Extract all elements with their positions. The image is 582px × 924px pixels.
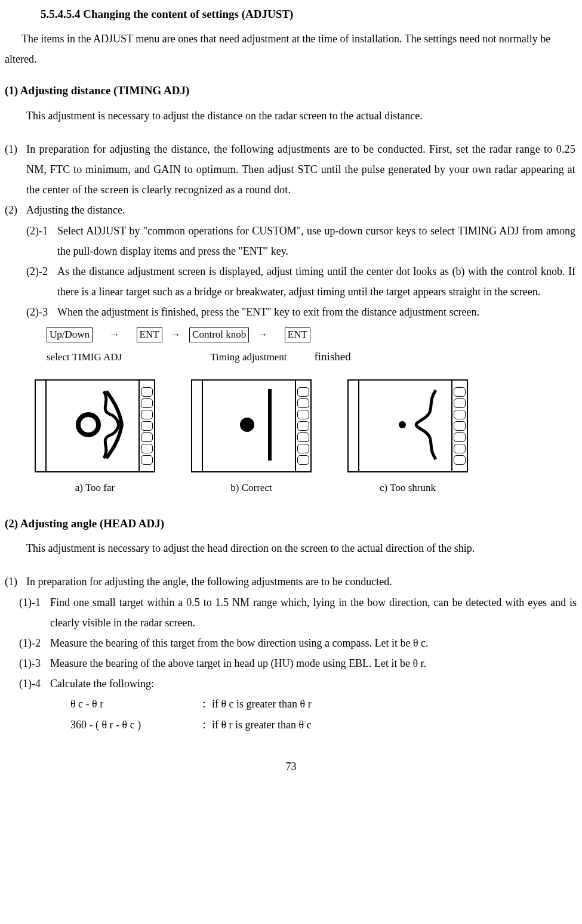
flow-box-ent1: ENT — [137, 327, 162, 342]
sublist-body-22: As the distance adjustment screen is dis… — [57, 261, 575, 302]
panel-button — [454, 421, 466, 431]
panel-button — [297, 421, 309, 431]
calc-cond-1: ： if θ c is greater than θ r — [199, 698, 312, 710]
flow-label-2: Timing adjustment — [210, 348, 312, 367]
sublist-num-22: (2)-2 — [26, 261, 57, 282]
calc-cond-2: ： if θ r is greater than θ c — [199, 719, 312, 731]
panel-button — [141, 398, 153, 408]
sublist-body-13: Measure the bearing of the above target … — [50, 653, 577, 673]
sublist-num-21: (2)-1 — [26, 221, 57, 241]
intro-paragraph: The items in the ADJUST menu are ones th… — [5, 29, 577, 69]
panel-button — [454, 387, 466, 397]
calc-expr-2: 360 - ( θ r - θ c ) — [70, 715, 196, 735]
subsection-1-title: (1) Adjusting distance (TIMING ADJ) — [5, 80, 577, 101]
flow-box-ent2: ENT — [285, 327, 310, 342]
panel-button — [454, 455, 466, 465]
list-num-2: (2) — [5, 200, 26, 220]
svg-point-0 — [78, 415, 98, 435]
list-body-1: In preparation for adjusting the distanc… — [26, 139, 575, 200]
flow-labels: select TIMIG ADJ Timing adjustment finis… — [47, 346, 577, 367]
diagram-row: a) Too far b) Correct — [35, 379, 577, 497]
arrow-icon: → — [165, 325, 187, 344]
panel-button — [297, 432, 309, 442]
svg-point-1 — [240, 418, 254, 432]
list-body-2: Adjusting the distance. — [26, 200, 575, 220]
diagram-c: c) Too shrunk — [347, 379, 468, 497]
sublist-num-23: (2)-3 — [26, 302, 57, 322]
sublist-body-14: Calculate the following: — [50, 673, 577, 694]
subsection-1-body: This adjustment is necessary to adjust t… — [26, 106, 577, 126]
sublist-body-11: Find one small target within a 0.5 to 1.… — [50, 592, 577, 633]
flow-label-3: finished — [315, 350, 351, 363]
panel-button — [141, 410, 153, 419]
sublist-num-14: (1)-4 — [19, 673, 50, 694]
panel-button — [297, 455, 309, 465]
panel-button — [141, 387, 153, 397]
diagram-b-caption: b) Correct — [230, 478, 272, 497]
panel-button — [141, 444, 153, 453]
panel-button — [141, 432, 153, 442]
flow-label-1: select TIMIG ADJ — [47, 348, 208, 367]
calc-expr-1: θ c - θ r — [70, 694, 196, 714]
sublist-num-13: (1)-3 — [19, 653, 50, 673]
panel-button — [141, 455, 153, 465]
list-num-s2-1: (1) — [5, 571, 26, 592]
panel-button — [454, 444, 466, 453]
diagram-a: a) Too far — [35, 379, 155, 497]
panel-button — [297, 398, 309, 408]
panel-button — [141, 421, 153, 431]
subsection-2-title: (2) Adjusting angle (HEAD ADJ) — [5, 513, 577, 534]
radar-diagram-b — [203, 381, 295, 469]
arrow-icon: → — [252, 325, 274, 344]
page-number: 73 — [5, 756, 577, 777]
panel-button — [297, 410, 309, 419]
sublist-body-12: Measure the bearing of this target from … — [50, 633, 577, 653]
list-num-1: (1) — [5, 139, 26, 159]
panel-button — [454, 410, 466, 419]
list-body-s2-1: In preparation for adjusting the angle, … — [26, 571, 575, 592]
arrow-icon: → — [95, 325, 134, 344]
diagram-b: b) Correct — [191, 379, 312, 497]
panel-button — [454, 432, 466, 442]
subsection-2-body: This adjustment is necessary to adjust t… — [26, 538, 577, 558]
sublist-num-11: (1)-1 — [19, 592, 50, 613]
flow-box-updown: Up/Down — [47, 327, 93, 342]
section-heading: 5.5.4.5.4 Changing the content of settin… — [41, 4, 577, 25]
sublist-body-23: When the adjustment is finished, press t… — [57, 302, 575, 322]
panel-button — [297, 444, 309, 453]
intro-text: The items in the ADJUST menu are ones th… — [5, 33, 550, 65]
svg-point-3 — [399, 421, 406, 428]
panel-button — [454, 398, 466, 408]
sublist-num-12: (1)-2 — [19, 633, 50, 653]
flow-box-control-knob: Control knob — [189, 327, 249, 342]
panel-button — [297, 387, 309, 397]
diagram-c-caption: c) Too shrunk — [380, 478, 436, 497]
radar-diagram-c — [359, 381, 451, 469]
sublist-body-21: Select ADJUST by "common operations for … — [57, 221, 575, 261]
radar-diagram-a — [47, 381, 138, 469]
diagram-a-caption: a) Too far — [75, 478, 115, 497]
flow-sequence: Up/Down → ENT → Control knob → ENT — [47, 325, 577, 344]
